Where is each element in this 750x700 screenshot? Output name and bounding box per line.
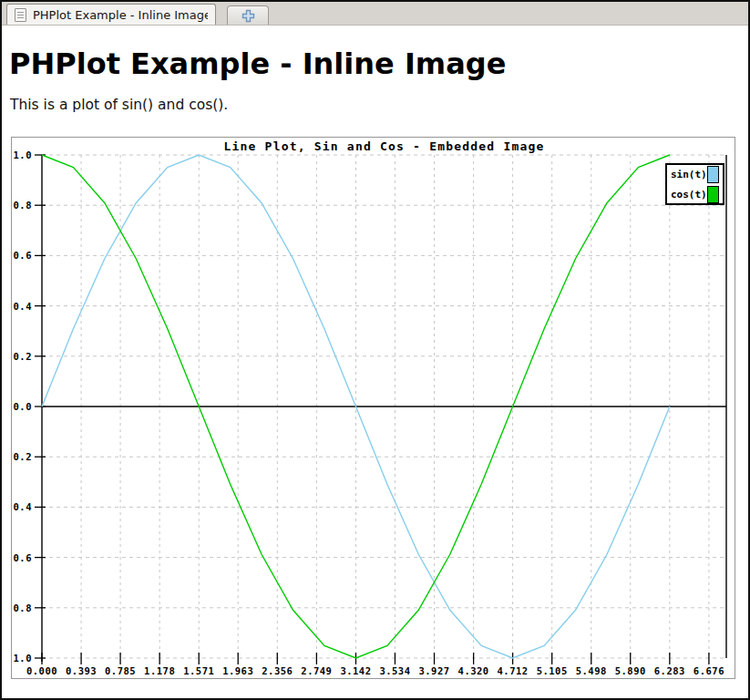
chart-plot-area: 1.00.80.60.40.20.0-0.2-0.4-0.6-0.8-1.00.… xyxy=(12,138,735,678)
x-tick-label: 1.571 xyxy=(183,665,214,676)
legend-swatch-cos xyxy=(707,186,719,203)
y-tick-label: 0.6 xyxy=(14,250,32,261)
chart-image: Line Plot, Sin and Cos - Embedded Image … xyxy=(11,137,735,679)
legend-row-sin: sin(t) xyxy=(671,166,719,183)
page-heading: PHPlot Example - Inline Image xyxy=(9,46,748,81)
x-tick-label: 6.283 xyxy=(654,665,685,676)
y-tick-label: 0.2 xyxy=(14,351,32,362)
intro-text: This is a plot of sin() and cos(). xyxy=(10,97,748,113)
tab-title: PHPlot Example - Inline Image xyxy=(33,8,208,22)
chart-legend: sin(t) cos(t) xyxy=(665,163,724,205)
x-tick-label: 1.963 xyxy=(222,665,253,676)
x-tick-label: 5.890 xyxy=(615,665,646,676)
x-tick-label: 0.785 xyxy=(105,665,136,676)
x-tick-label: 0.393 xyxy=(66,665,97,676)
legend-label-sin: sin(t) xyxy=(671,169,707,180)
tab-phplot-example[interactable]: PHPlot Example - Inline Image xyxy=(6,4,216,25)
y-tick-label: 0.0 xyxy=(14,401,32,412)
x-tick-label: 5.498 xyxy=(576,665,607,676)
y-tick-label: -0.8 xyxy=(12,602,32,613)
y-tick-label: -0.2 xyxy=(12,451,32,462)
x-tick-label: 3.142 xyxy=(340,665,371,676)
legend-row-cos: cos(t) xyxy=(671,186,719,203)
y-tick-label: -1.0 xyxy=(12,653,32,664)
x-tick-label: 5.105 xyxy=(537,665,568,676)
x-tick-label: 1.178 xyxy=(144,665,175,676)
legend-label-cos: cos(t) xyxy=(671,189,707,201)
x-tick-label: 3.927 xyxy=(418,665,449,676)
chart-title: Line Plot, Sin and Cos - Embedded Image xyxy=(42,139,726,153)
y-tick-label: -0.4 xyxy=(12,501,32,512)
legend-swatch-sin xyxy=(707,166,719,183)
x-tick-label: 4.320 xyxy=(458,665,489,676)
new-tab-button[interactable] xyxy=(227,5,269,25)
x-tick-label: 2.749 xyxy=(301,665,332,676)
browser-window: PHPlot Example - Inline Image PHPlot Exa… xyxy=(0,0,750,700)
tab-bar: PHPlot Example - Inline Image xyxy=(2,2,748,26)
document-icon xyxy=(15,8,26,22)
x-tick-label: 0.000 xyxy=(26,665,57,676)
x-tick-label: 2.356 xyxy=(262,665,293,676)
y-tick-label: 0.8 xyxy=(14,200,32,211)
x-tick-label: 3.534 xyxy=(379,665,410,676)
x-tick-label: 4.712 xyxy=(498,665,529,676)
plus-icon xyxy=(241,9,255,23)
y-tick-label: 0.4 xyxy=(14,301,32,312)
y-tick-label: -0.6 xyxy=(12,552,32,563)
x-tick-label: 6.676 xyxy=(693,665,724,676)
y-tick-label: 1.0 xyxy=(14,149,32,160)
